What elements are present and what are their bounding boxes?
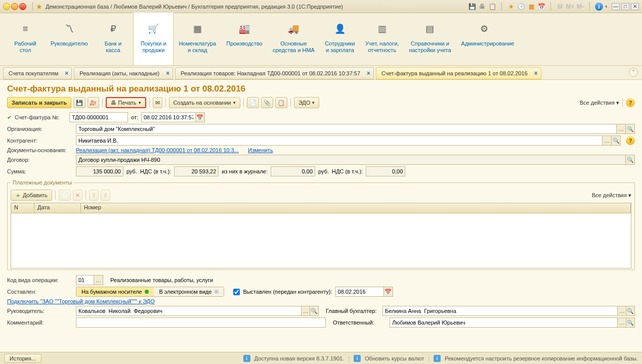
create-based-button[interactable]: Создать на основании▾: [169, 97, 240, 108]
media-toggle[interactable]: На бумажном носителе В электронном виде: [76, 287, 224, 297]
help-icon[interactable]: ?: [626, 136, 635, 145]
select-button[interactable]: …: [302, 306, 310, 316]
grid-all-actions[interactable]: Все действия ▾: [592, 192, 631, 199]
close-icon[interactable]: ×: [534, 70, 538, 77]
opt-paper[interactable]: На бумажном носителе: [76, 287, 154, 296]
select-button[interactable]: …: [603, 135, 612, 146]
edo-button[interactable]: ЭДО▾: [294, 97, 320, 108]
contract-input[interactable]: [76, 155, 626, 165]
open-button[interactable]: 🔍: [626, 317, 635, 328]
invoice-no-input[interactable]: [69, 112, 128, 122]
status-backup[interactable]: Рекомендуется настроить резервное копиро…: [445, 355, 638, 361]
tab-accounts[interactable]: Счета покупателям×: [3, 67, 72, 79]
print-button[interactable]: 🖶 Печать ▾: [106, 97, 146, 108]
close-icon[interactable]: ×: [367, 70, 370, 77]
section-fixed[interactable]: 🚚Основныесредства и НМА: [268, 13, 320, 65]
move-up-button[interactable]: ⇧: [89, 190, 99, 201]
tab-realization-doc[interactable]: Реализация товаров: Накладная ТД00-00000…: [175, 67, 374, 79]
save-icon[interactable]: 💾: [468, 3, 476, 11]
info-icon[interactable]: i: [595, 3, 603, 11]
attach-button[interactable]: 📎: [261, 97, 273, 108]
invoice-date-input[interactable]: [141, 112, 196, 122]
tab-invoice[interactable]: Счет-фактура выданный на реализацию 1 от…: [376, 67, 541, 79]
write-close-button[interactable]: Записать и закрыть: [7, 97, 71, 108]
open-button[interactable]: 🔍: [626, 155, 635, 165]
window-close[interactable]: ✕: [631, 3, 639, 10]
print-icon[interactable]: 🖶: [478, 3, 486, 11]
open-button[interactable]: 🔍: [612, 135, 621, 146]
manager-input[interactable]: [76, 306, 302, 316]
calendar-icon[interactable]: 📅: [196, 112, 205, 122]
close-icon[interactable]: ×: [65, 70, 68, 77]
section-purchase[interactable]: 🛒Покупки ипродажи: [133, 13, 174, 65]
mem-mminus[interactable]: M-: [576, 3, 584, 11]
menu-icon: ≡: [19, 22, 32, 35]
section-admin[interactable]: ⚙Администрирование: [456, 13, 512, 65]
contragent-input[interactable]: [76, 135, 603, 146]
sys-btn-3[interactable]: [19, 3, 26, 10]
mem-m[interactable]: M: [556, 3, 564, 11]
sys-btn-2[interactable]: [11, 3, 18, 10]
select-button[interactable]: …: [618, 317, 626, 328]
section-staff[interactable]: 👤Сотрудникии зарплата: [320, 13, 360, 65]
history-icon[interactable]: 🕓: [517, 3, 525, 11]
mem-mplus[interactable]: M+: [566, 3, 574, 11]
select-button[interactable]: …: [618, 306, 626, 316]
open-button[interactable]: 🔍: [310, 306, 319, 316]
collapse-sections-button[interactable]: ˅: [629, 68, 638, 77]
copy-icon[interactable]: 📋: [488, 3, 496, 11]
history-button[interactable]: История...: [4, 354, 41, 363]
section-tax[interactable]: ▥Учет, налоги,отчетность: [360, 13, 404, 65]
help-icon[interactable]: ?: [626, 98, 635, 107]
delete-row-button[interactable]: ✕: [73, 190, 82, 201]
calendar-icon[interactable]: 📅: [537, 3, 545, 11]
calc-icon[interactable]: ▦: [527, 3, 535, 11]
col-number[interactable]: Номер: [81, 203, 631, 213]
col-date[interactable]: Дата: [34, 203, 81, 213]
section-production[interactable]: 🏭Производство: [221, 13, 268, 65]
info-dropdown[interactable]: ▾: [605, 4, 608, 9]
post-button[interactable]: Дт: [88, 97, 99, 108]
handed-checkbox[interactable]: [233, 289, 240, 295]
open-button[interactable]: 🔍: [626, 306, 635, 316]
comment-input[interactable]: [76, 317, 326, 328]
org-input[interactable]: [76, 124, 617, 134]
responsible-input[interactable]: [390, 317, 618, 328]
section-ref[interactable]: ▤Справочники инастройки учета: [404, 13, 456, 65]
favorite-icon[interactable]: ★: [36, 3, 42, 11]
open-button[interactable]: 🔍: [626, 124, 635, 134]
tab-realization-list[interactable]: Реализация (акты, накладные)×: [74, 67, 173, 79]
select-button[interactable]: …: [94, 275, 103, 285]
mail-button[interactable]: ✉: [153, 97, 162, 108]
section-bank[interactable]: ₽Банк икасса: [93, 13, 133, 65]
close-icon[interactable]: ×: [166, 70, 169, 77]
doc-icon-button[interactable]: 📄: [247, 97, 259, 108]
window-minimize[interactable]: —: [612, 3, 620, 10]
sys-btn-1[interactable]: [3, 3, 10, 10]
star-icon[interactable]: ★: [507, 3, 515, 11]
save-button[interactable]: 💾: [73, 97, 85, 108]
section-manager[interactable]: 〽Руководителю: [46, 13, 93, 65]
copy-row-button[interactable]: 📄: [59, 190, 71, 201]
doc-toolbar: Записать и закрыть 💾 Дт 🖶 Печать ▾ ✉ Соз…: [7, 97, 635, 108]
section-nomenclature[interactable]: ▦Номенклатураи склад: [174, 13, 221, 65]
docbase-change-link[interactable]: Изменить: [248, 147, 273, 153]
move-down-button[interactable]: ⇩: [101, 190, 110, 201]
opt-electronic[interactable]: В электронном виде: [154, 287, 224, 296]
handed-date-input[interactable]: [335, 287, 384, 297]
connect-edo-link[interactable]: Подключить "ЗАО ""Торговый дом Комплексн…: [7, 298, 155, 304]
col-n[interactable]: N: [11, 203, 34, 213]
status-rates[interactable]: Обновить курсы валют: [365, 355, 424, 361]
list-button[interactable]: 📋: [275, 97, 287, 108]
add-row-button[interactable]: ＋Добавить: [11, 190, 52, 201]
all-actions-button[interactable]: Все действия ▾: [580, 100, 619, 106]
status-update[interactable]: Доступна новая версия 8.3.7.1901.: [254, 355, 345, 361]
payment-grid[interactable]: N Дата Номер: [11, 203, 631, 268]
calendar-icon[interactable]: 📅: [384, 287, 393, 297]
window-maximize[interactable]: □: [621, 3, 629, 10]
select-button[interactable]: …: [617, 124, 626, 134]
section-desktop[interactable]: ≡Рабочийстол: [5, 13, 46, 65]
docbase-link[interactable]: Реализация (акт, накладная) ТД00-000001 …: [76, 147, 239, 153]
opcode-input[interactable]: [76, 275, 94, 285]
accountant-input[interactable]: [382, 306, 618, 316]
